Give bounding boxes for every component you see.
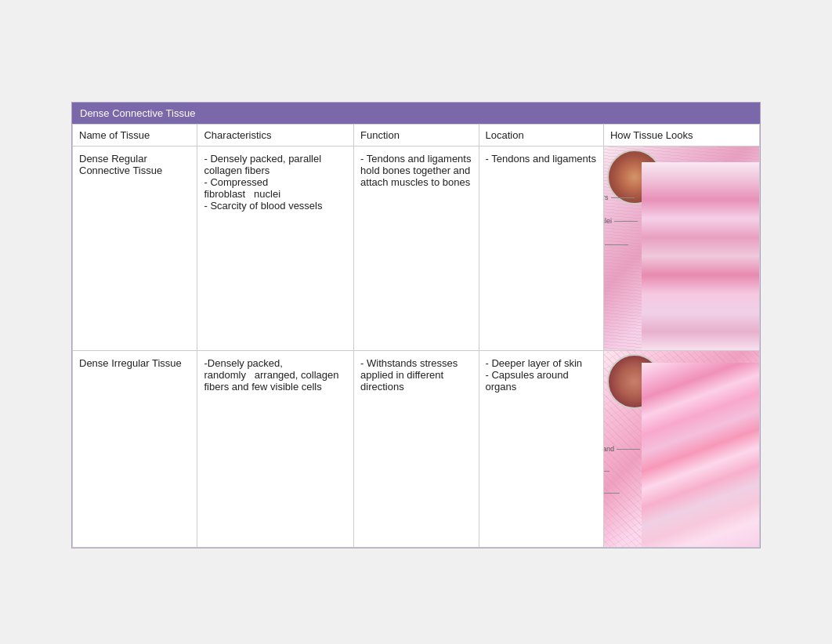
table-title: Dense Connective Tissue bbox=[72, 103, 760, 124]
header-how-looks: How Tissue Looks bbox=[603, 125, 759, 147]
tissue-name-regular: Dense Regular Connective Tissue bbox=[73, 147, 197, 351]
location-irregular: - Deeper layer of skin - Capsules around… bbox=[479, 351, 603, 548]
table-container: Dense Connective Tissue Name of Tissue C… bbox=[71, 102, 761, 548]
label-collagen: collagen fibers bbox=[603, 194, 638, 201]
table-row: Dense Irregular Tissue -Densely packed, … bbox=[73, 351, 760, 548]
header-location: Location bbox=[479, 125, 603, 147]
header-name: Name of Tissue bbox=[73, 125, 197, 147]
tissue-name-irregular: Dense Irregular Tissue bbox=[73, 351, 197, 548]
main-microscope-regular bbox=[642, 162, 759, 350]
label-fibroblast-irreg: fibroblast bbox=[603, 467, 640, 475]
header-characteristics: Characteristics bbox=[197, 125, 354, 147]
label-group-regular: collagen fibers fibroblast nuclei blood … bbox=[603, 194, 638, 248]
label-collagen-irreg: collagen fibers and bbox=[603, 445, 640, 453]
tissue-image-irregular: collagen fibers and fibroblast blood ves… bbox=[604, 351, 759, 547]
characteristics-regular: - Densely packed, parallel collagen fibe… bbox=[197, 147, 354, 351]
tissue-image-regular: collagen fibers fibroblast nuclei blood … bbox=[604, 147, 759, 350]
header-row: Name of Tissue Characteristics Function … bbox=[73, 125, 760, 147]
image-cell-regular: collagen fibers fibroblast nuclei blood … bbox=[603, 147, 759, 351]
page-wrapper: Dense Connective Tissue Name of Tissue C… bbox=[16, 16, 816, 644]
function-regular: - Tendons and ligaments hold bones toget… bbox=[354, 147, 479, 351]
location-regular: - Tendons and ligaments bbox=[479, 147, 603, 351]
image-cell-irregular: collagen fibers and fibroblast blood ves… bbox=[603, 351, 759, 548]
main-table: Name of Tissue Characteristics Function … bbox=[72, 124, 760, 548]
function-irregular: - Withstands stresses applied in differe… bbox=[354, 351, 479, 548]
main-microscope-irregular bbox=[642, 363, 759, 547]
table-row: Dense Regular Connective Tissue - Densel… bbox=[73, 147, 760, 351]
label-group-irregular: collagen fibers and fibroblast blood ves… bbox=[603, 445, 640, 497]
label-vessel-irreg: blood vessel bbox=[603, 489, 640, 497]
header-function: Function bbox=[354, 125, 479, 147]
label-fibroblast: fibroblast nuclei bbox=[603, 217, 638, 225]
label-blood-vessel: blood vessel bbox=[603, 241, 638, 248]
characteristics-irregular: -Densely packed, randomly arranged, coll… bbox=[197, 351, 354, 548]
